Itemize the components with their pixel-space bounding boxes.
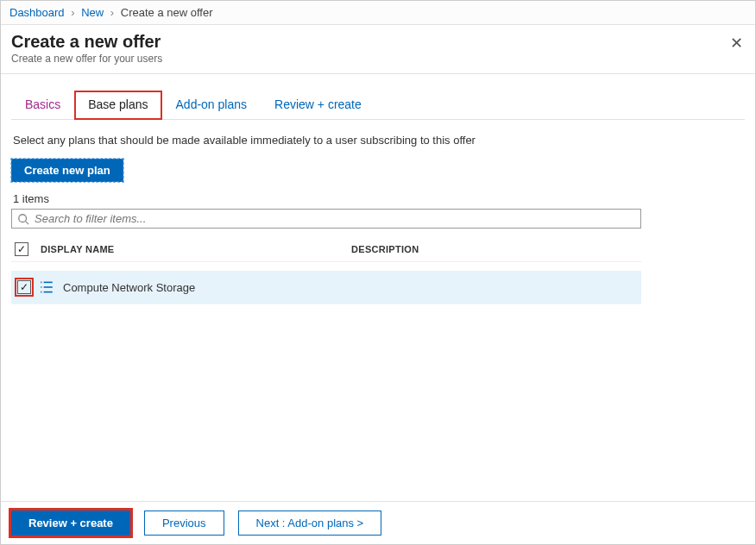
review-create-button[interactable]: Review + create [11, 511, 130, 536]
row-checkbox[interactable]: ✓ [17, 280, 31, 294]
breadcrumb-link-dashboard[interactable]: Dashboard [9, 6, 65, 19]
breadcrumb-current: Create a new offer [121, 6, 213, 19]
breadcrumb: Dashboard › New › Create a new offer [1, 1, 755, 25]
column-display-name[interactable]: DISPLAY NAME [41, 244, 351, 254]
tab-basics[interactable]: Basics [11, 91, 74, 120]
search-box[interactable] [11, 209, 641, 229]
page-title: Create a new offer [11, 32, 745, 52]
next-button[interactable]: Next : Add-on plans > [238, 511, 382, 536]
table-header: ✓ DISPLAY NAME DESCRIPTION [11, 237, 641, 262]
table-row[interactable]: ✓ Compute Network Storage [11, 271, 641, 304]
tab-base-plans[interactable]: Base plans [74, 91, 161, 120]
tab-addon-plans[interactable]: Add-on plans [162, 91, 261, 120]
content-area: Basics Base plans Add-on plans Review + … [1, 74, 755, 501]
wizard-footer: Review + create Previous Next : Add-on p… [1, 501, 755, 544]
chevron-right-icon: › [110, 6, 114, 19]
search-input[interactable] [35, 212, 635, 225]
items-count: 1 items [13, 192, 743, 205]
tab-bar: Basics Base plans Add-on plans Review + … [11, 90, 745, 120]
select-all-checkbox[interactable]: ✓ [15, 242, 28, 256]
search-icon [17, 213, 29, 225]
plan-list-icon [39, 279, 56, 295]
page-header: Create a new offer Create a new offer fo… [1, 25, 755, 74]
create-new-plan-button[interactable]: Create new plan [11, 159, 123, 182]
svg-line-1 [26, 221, 29, 224]
svg-point-0 [19, 214, 27, 222]
column-description[interactable]: DESCRIPTION [351, 244, 638, 254]
row-display-name: Compute Network Storage [63, 281, 195, 294]
tab-description: Select any plans that should be made ava… [13, 134, 743, 147]
breadcrumb-link-new[interactable]: New [81, 6, 104, 19]
chevron-right-icon: › [71, 6, 74, 19]
page-subtitle: Create a new offer for your users [11, 53, 745, 65]
close-button[interactable]: ✕ [730, 34, 743, 53]
tab-review-create[interactable]: Review + create [261, 91, 375, 120]
close-icon: ✕ [730, 34, 743, 52]
plans-table: ✓ DISPLAY NAME DESCRIPTION ✓ Compute Net… [11, 237, 641, 304]
previous-button[interactable]: Previous [144, 511, 224, 536]
